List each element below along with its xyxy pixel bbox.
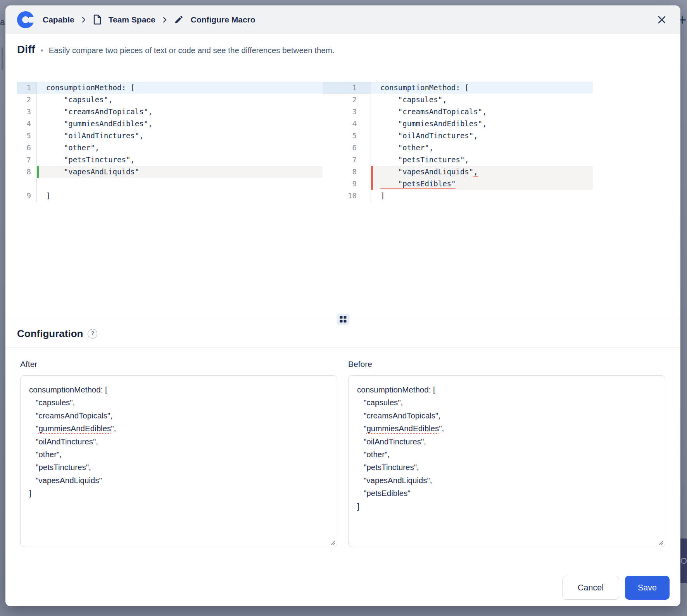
dialog-header: Capable Team Space Configure Macro (5, 5, 680, 34)
diff-line-number: 3 (17, 106, 37, 118)
diff-line-code: "petsEdibles" (371, 178, 593, 190)
diff-line-number: 1 (323, 82, 371, 94)
diff-line: 4 "gummiesAndEdibles", (323, 118, 593, 130)
diff-line-code: "capsules", (37, 94, 323, 106)
diff-line-number: 10 (323, 190, 371, 202)
textarea-line: "vapesAndLiquids" (29, 474, 328, 487)
diff-line: 4 "gummiesAndEdibles", (17, 118, 323, 130)
diff-line-number: 2 (323, 94, 371, 106)
textarea-line: ] (357, 500, 656, 513)
textarea-line: "petsTinctures", (357, 461, 656, 473)
diff-line-code: "capsules", (371, 94, 593, 106)
breadcrumb-app[interactable]: Capable (43, 15, 74, 24)
diff-line: 7 "petsTinctures", (323, 154, 593, 166)
diff-line-code: "gummiesAndEdibles", (37, 118, 323, 130)
diff-line-code: "other", (371, 142, 593, 154)
capable-logo-icon (17, 11, 34, 28)
diff-line: 3 "creamsAndTopicals", (17, 106, 323, 118)
background-o-fragment: O (680, 556, 687, 566)
resize-grip-icon[interactable] (658, 539, 664, 545)
textarea-line: "creamsAndTopicals", (357, 409, 656, 422)
macro-description: Easily compare two pieces of text or cod… (49, 46, 335, 55)
resize-grip-icon[interactable] (330, 539, 336, 545)
diff-line-number: 5 (17, 130, 37, 142)
diff-line-code: "petsTinctures", (37, 154, 323, 166)
bullet-separator: • (41, 46, 43, 55)
close-icon (656, 14, 667, 25)
diff-line: 2 "capsules", (323, 94, 593, 106)
diff-line-number (17, 178, 37, 190)
breadcrumb-page: Configure Macro (191, 15, 255, 24)
cancel-button[interactable]: Cancel (562, 576, 619, 600)
diff-line-code: "oilAndTinctures", (371, 130, 593, 142)
textarea-line: "capsules", (29, 396, 328, 409)
diff-line-number: 7 (17, 154, 37, 166)
textarea-line: "gummiesAndEdibles", (29, 422, 328, 435)
diff-line: 3 "creamsAndTopicals", (323, 106, 593, 118)
textarea-line: ] (29, 487, 328, 499)
chevron-right-icon (162, 16, 167, 24)
diff-line-code: consumptionMethod: [ (37, 82, 323, 94)
diff-line: 6 "other", (323, 142, 593, 154)
diff-line (17, 178, 323, 190)
diff-line-number: 9 (17, 190, 37, 202)
diff-line-number: 7 (323, 154, 371, 166)
diff-line: 8 "vapesAndLiquids", (323, 166, 593, 178)
diff-line: 2 "capsules", (17, 94, 323, 106)
diff-line: 7 "petsTinctures", (17, 154, 323, 166)
before-label: Before (348, 360, 665, 369)
after-textarea[interactable]: consumptionMethod: [ "capsules", "creams… (20, 375, 337, 547)
background-text-fragment: a (0, 17, 5, 28)
diff-preview: 1consumptionMethod: [2 "capsules",3 "cre… (5, 66, 680, 319)
dialog-footer: Cancel Save (5, 569, 680, 606)
diff-line-code: "gummiesAndEdibles", (371, 118, 593, 130)
diff-line-code: "petsTinctures", (371, 154, 593, 166)
diff-line-code: ] (37, 190, 323, 202)
diff-line-number: 6 (323, 142, 371, 154)
diff-line: 5 "oilAndTinctures", (323, 130, 593, 142)
textarea-line: "petsEdibles" (357, 487, 656, 499)
macro-name: Diff (17, 43, 35, 56)
diff-line-number: 9 (323, 178, 371, 190)
after-label: After (20, 360, 337, 369)
diff-line-code: ] (371, 190, 593, 202)
diff-line-number: 8 (17, 166, 37, 178)
textarea-line: consumptionMethod: [ (357, 383, 656, 396)
diff-line-number: 1 (17, 82, 37, 94)
diff-line-number: 4 (323, 118, 371, 130)
configuration-title: Configuration (17, 328, 83, 340)
diff-line-number: 8 (323, 166, 371, 178)
diff-line-number: 5 (323, 130, 371, 142)
textarea-line: "creamsAndTopicals", (29, 409, 328, 422)
textarea-line: "oilAndTinctures", (29, 435, 328, 448)
diff-line-code: "creamsAndTopicals", (371, 106, 593, 118)
textarea-line: "other", (29, 448, 328, 461)
diff-line: 10] (323, 190, 593, 202)
diff-line-code: "vapesAndLiquids" (37, 166, 323, 178)
configure-macro-dialog: Capable Team Space Configure Macro Diff … (5, 5, 680, 606)
close-button[interactable] (655, 13, 669, 27)
help-icon[interactable]: ? (88, 329, 97, 339)
diff-line-number: 6 (17, 142, 37, 154)
pencil-icon (174, 15, 184, 24)
diff-line: 1consumptionMethod: [ (17, 82, 323, 94)
diff-line-code (37, 178, 323, 190)
before-textarea[interactable]: consumptionMethod: [ "capsules", "creams… (348, 375, 665, 547)
diff-pane-right: 1consumptionMethod: [2 "capsules",3 "cre… (323, 82, 593, 319)
diff-line: 5 "oilAndTinctures", (17, 130, 323, 142)
diff-line-code: "creamsAndTopicals", (37, 106, 323, 118)
macro-title-bar: Diff • Easily compare two pieces of text… (5, 34, 680, 66)
save-button[interactable]: Save (625, 576, 670, 600)
before-field: Before consumptionMethod: [ "capsules", … (348, 360, 665, 547)
diff-line-code: "vapesAndLiquids", (371, 166, 593, 178)
breadcrumb-space[interactable]: Team Space (109, 15, 155, 24)
textarea-line: "oilAndTinctures", (357, 435, 656, 448)
document-icon (93, 14, 102, 25)
configuration-section: Configuration ? After consumptionMethod:… (5, 319, 680, 606)
resize-divider-handle[interactable] (337, 314, 349, 325)
diff-line-code: consumptionMethod: [ (371, 82, 593, 94)
textarea-line: "other", (357, 448, 656, 461)
textarea-line: "capsules", (357, 396, 656, 409)
background-scrollbar-fragment (2, 47, 3, 70)
background-sidebar-fragment: O (680, 539, 687, 583)
